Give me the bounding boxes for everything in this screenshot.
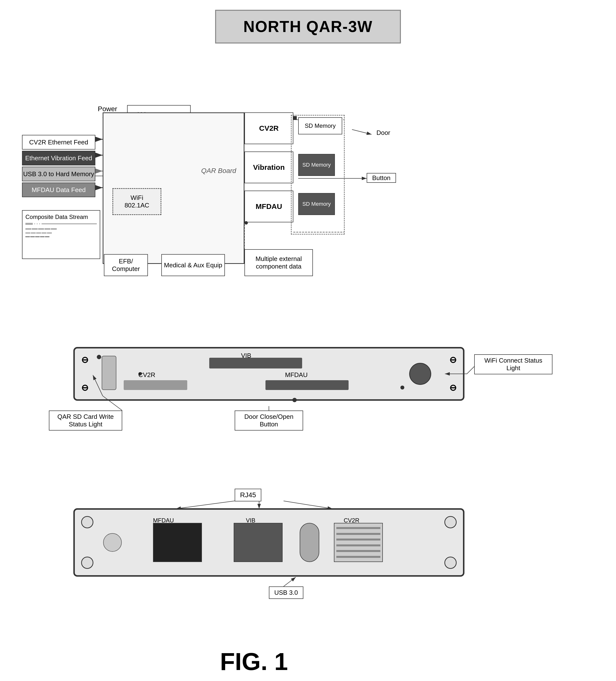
bp-p1-circle xyxy=(103,533,122,552)
wifi-label: WiFi802.1AC xyxy=(124,194,149,209)
front-panel-top: ⊖ ⊖ ⊖ ⊖ VIB CV2R MFDAU xyxy=(73,347,464,401)
button-box: Button xyxy=(367,173,396,183)
efb-box: EFB/Computer xyxy=(104,254,148,276)
bp-mfdau-block xyxy=(153,523,202,562)
usb-label: USB 3.0 to Hard Memory xyxy=(23,170,94,178)
external-label: Multiple externalcomponent data xyxy=(255,255,302,270)
panel-cv2r-bar xyxy=(124,380,187,390)
usb-label: USB 3.0 xyxy=(269,586,303,599)
mfdau-data-feed: MFDAU Data Feed xyxy=(22,182,95,197)
minus-tr: ⊖ xyxy=(449,355,457,365)
diagram3: RJ45 P1 MFDAU VIB CV2R USB 3.0 xyxy=(49,489,562,626)
door-btn-label: Door Close/Open Button xyxy=(235,410,303,431)
svg-line-16 xyxy=(352,129,372,134)
bp-cv2r-block xyxy=(334,523,383,562)
door-open-dot xyxy=(292,398,297,402)
svg-line-37 xyxy=(176,501,235,509)
cv2r-ethernet-feed: CV2R Ethernet Feed xyxy=(22,135,95,150)
power-label: Power xyxy=(98,105,117,113)
medical-box: Medical & Aux Equip xyxy=(161,254,225,276)
bp-corner-bl xyxy=(81,557,93,569)
panel-dot-br xyxy=(400,385,404,389)
efb-label: EFB/Computer xyxy=(112,257,140,273)
wifi-status-label: WiFi Connect Status Light xyxy=(474,354,552,374)
svg-line-39 xyxy=(284,501,332,509)
bp-vib-block xyxy=(234,523,282,562)
fig-label: FIG. 1 xyxy=(220,648,288,676)
page-title: NORTH QAR-3W xyxy=(221,18,395,36)
eth-vib-label: Ethernet Vibration Feed xyxy=(25,154,92,162)
front-panel-bottom: P1 MFDAU VIB CV2R xyxy=(73,508,464,577)
diagram2: ⊖ ⊖ ⊖ ⊖ VIB CV2R MFDAU QAR SD Card Write… xyxy=(49,347,562,440)
bp-corner-tl xyxy=(81,516,93,528)
bp-corner-tr xyxy=(444,516,457,528)
title-box: NORTH QAR-3W xyxy=(215,10,401,44)
cv2r-feed-label: CV2R Ethernet Feed xyxy=(29,138,88,146)
minus-tl: ⊖ xyxy=(81,355,89,365)
vibration-section: Vibration xyxy=(244,151,293,183)
cv2r-label: CV2R xyxy=(259,124,279,132)
panel-mfdau-bar xyxy=(266,380,349,390)
button-label: Button xyxy=(372,174,390,182)
minus-br: ⊖ xyxy=(449,383,457,393)
usb-hard-memory: USB 3.0 to Hard Memory xyxy=(22,167,95,181)
svg-line-40 xyxy=(284,577,296,586)
minus-bl: ⊖ xyxy=(81,383,89,393)
panel-mfdau-label: MFDAU xyxy=(285,371,307,379)
panel-cv2r-label: CV2R xyxy=(138,371,155,379)
qar-sd-label: QAR SD Card Write Status Light xyxy=(49,410,122,431)
panel-vib-bar xyxy=(209,358,302,369)
mfdau-section: MFDAU xyxy=(244,191,293,222)
cv2r-section: CV2R xyxy=(244,112,293,144)
composite-title: Composite Data Stream xyxy=(25,213,97,220)
wifi-status-circle xyxy=(409,363,431,385)
door-outline xyxy=(291,115,345,234)
diagram1: Power Lithium Battery or Cap QAR Board W… xyxy=(15,69,601,325)
panel-cylinder xyxy=(102,356,116,390)
composite-lines xyxy=(25,223,97,237)
qar-board-label: QAR Board xyxy=(201,167,236,175)
mfdau-label: MFDAU xyxy=(256,202,282,211)
bp-corner-br xyxy=(444,557,457,569)
composite-box: Composite Data Stream xyxy=(22,210,100,259)
dot-mfdau xyxy=(244,221,248,225)
ethernet-vibration-feed: Ethernet Vibration Feed xyxy=(22,151,95,166)
external-box: Multiple externalcomponent data xyxy=(244,249,313,276)
bp-pill-connector xyxy=(300,523,319,562)
medical-label: Medical & Aux Equip xyxy=(164,261,222,269)
door-annotation: Door xyxy=(376,129,390,136)
svg-line-33 xyxy=(467,367,474,374)
mfdau-feed-label: MFDAU Data Feed xyxy=(31,186,85,194)
vib-label: Vibration xyxy=(253,163,285,172)
wifi-box: WiFi802.1AC xyxy=(113,188,161,215)
dot-cvr2 xyxy=(293,116,297,120)
rj45-label: RJ45 xyxy=(235,489,261,501)
panel-dot-tl xyxy=(97,355,101,359)
